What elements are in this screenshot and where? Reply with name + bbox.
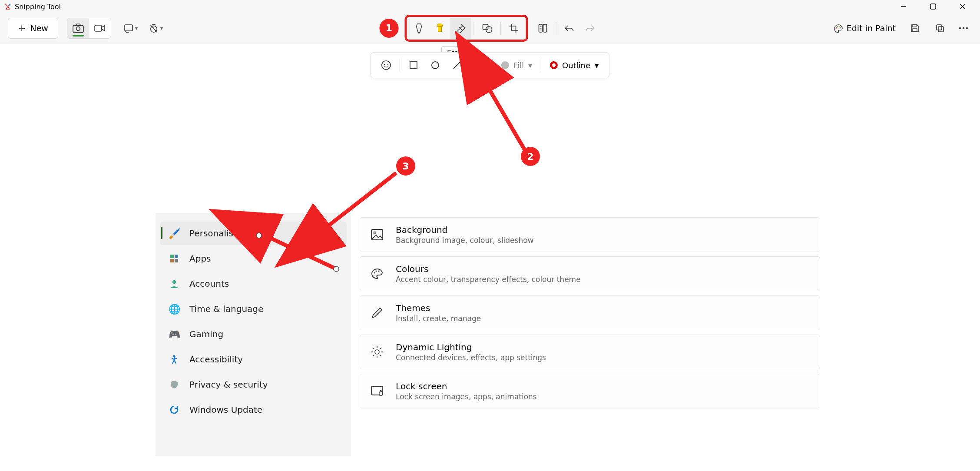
sidebar-item-gaming[interactable]: 🎮 Gaming [160,322,347,346]
outline-label: Outline [562,61,590,70]
sidebar-item-windows-update[interactable]: Windows Update [160,398,347,421]
redo-button[interactable] [580,18,601,39]
svg-rect-6 [76,24,80,26]
outline-swatch-icon [550,61,558,69]
sidebar-item-time-language[interactable]: 🌐 Time & language [160,297,347,321]
rectangle-shape-button[interactable] [403,55,424,75]
card-title: Dynamic Lighting [396,342,546,352]
line-shape-button[interactable] [446,55,468,75]
settings-card-lock-screen[interactable]: Lock screen Lock screen images, apps, an… [360,374,820,408]
outline-button[interactable]: Outline ▾ [544,55,605,75]
right-toolbar: Edit in Paint [829,18,972,39]
annotation-badge-3: 3 [396,156,415,176]
main-toolbar: + New ▾ ▾ 1 [0,13,980,43]
card-subtitle: Accent colour, transparency effects, col… [396,275,581,284]
emoji-shape-button[interactable] [375,55,397,75]
svg-point-22 [836,27,837,28]
sidebar-item-label: Accessibility [189,354,243,365]
video-mode-button[interactable] [89,18,111,38]
app-icon [3,2,12,11]
markup-tools: 1 [380,15,601,42]
fill-button[interactable]: Fill ▾ [495,55,538,75]
more-button[interactable] [955,18,972,39]
svg-point-24 [839,26,840,27]
settings-card-colours[interactable]: Colours Accent colour, transparency effe… [360,256,820,291]
pencil-icon [370,305,384,320]
shape-toolbar: Fill ▾ Outline ▾ [371,52,609,78]
card-subtitle: Connected devices, effects, app settings [396,353,546,362]
svg-rect-43 [175,259,178,262]
settings-card-dynamic-lighting[interactable]: Dynamic Lighting Connected devices, effe… [360,335,820,369]
shapes-tool-button[interactable] [477,18,498,39]
minimize-button[interactable] [895,0,912,13]
sidebar-item-accounts[interactable]: Accounts [160,272,347,295]
svg-rect-18 [543,24,547,32]
fill-swatch-icon [501,61,509,69]
svg-rect-29 [938,27,944,32]
annotation-badge-1: 1 [380,19,399,38]
sidebar-item-label: Accounts [189,279,229,289]
settings-card-themes[interactable]: Themes Install, create, manage [360,295,820,330]
brush-icon: 🖌️ [169,228,180,239]
svg-rect-42 [170,259,174,262]
settings-screenshot: 🖌️ Personalisation Apps Accounts 🌐 Time … [156,213,820,456]
svg-point-45 [173,355,175,358]
svg-rect-1 [930,4,936,9]
ruler-tool-button[interactable] [533,18,553,39]
svg-rect-28 [937,25,942,30]
copy-button[interactable] [930,18,950,39]
sidebar-item-privacy[interactable]: Privacy & security [160,373,347,396]
svg-rect-13 [438,27,442,32]
highlighter-tool-button[interactable] [430,18,450,39]
palette-icon [370,266,384,281]
fill-label: Fill [513,61,524,70]
sidebar-item-label: Privacy & security [189,379,268,390]
pen-tool-button[interactable] [409,18,430,39]
svg-point-23 [837,26,838,27]
card-title: Colours [396,264,581,274]
sidebar-item-label: Gaming [189,329,223,339]
chevron-down-icon: ▾ [160,25,163,31]
window-controls [895,0,979,13]
svg-point-5 [76,27,80,30]
eraser-tool-button[interactable] [450,18,471,39]
snip-shape-button[interactable]: ▾ [118,18,143,39]
save-button[interactable] [904,18,925,39]
sidebar-item-apps[interactable]: Apps [160,247,347,270]
svg-point-31 [963,27,964,29]
svg-point-51 [375,350,379,354]
sidebar-item-label: Apps [189,253,211,264]
svg-line-63 [487,85,525,150]
svg-point-32 [966,27,968,29]
new-button[interactable]: + New [8,18,58,39]
svg-point-25 [840,27,841,28]
svg-line-58 [380,348,381,349]
svg-point-35 [387,64,389,65]
sidebar-item-personalisation[interactable]: 🖌️ Personalisation [160,222,347,245]
crop-tool-button[interactable] [503,18,524,39]
undo-button[interactable] [559,18,580,39]
card-title: Lock screen [396,381,537,391]
svg-point-30 [959,27,961,29]
card-title: Background [396,225,534,235]
circle-shape-button[interactable] [424,55,446,75]
svg-rect-36 [410,62,417,69]
card-subtitle: Background image, colour, slideshow [396,236,534,245]
maximize-button[interactable] [924,0,942,13]
image-icon [370,227,384,242]
settings-card-background[interactable]: Background Background image, colour, sli… [360,217,820,252]
lock-screen-icon [370,384,384,398]
new-button-label: New [30,23,48,33]
close-button[interactable] [954,0,971,13]
arrow-shape-button[interactable] [468,55,490,75]
svg-rect-27 [913,29,917,32]
photo-mode-button[interactable] [67,18,89,38]
svg-line-39 [476,62,482,68]
svg-point-33 [382,61,391,70]
edit-in-paint-button[interactable]: Edit in Paint [829,23,900,33]
sidebar-item-accessibility[interactable]: Accessibility [160,348,347,371]
app-title: Snipping Tool [15,3,61,11]
sidebar-item-label: Personalisation [189,228,255,239]
delay-button[interactable]: ▾ [143,18,169,39]
capture-mode-group [67,18,111,39]
